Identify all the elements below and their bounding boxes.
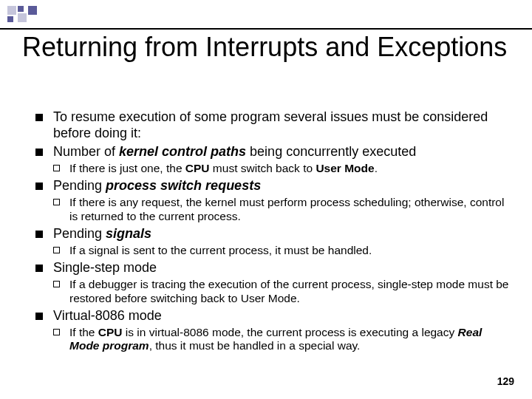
bold: User Mode bbox=[316, 162, 374, 174]
bold: CPU bbox=[98, 326, 123, 338]
sub-bullet-text: . bbox=[375, 162, 378, 174]
bullet-text: Pending bbox=[53, 226, 106, 241]
bullet-text: Number of bbox=[53, 144, 119, 159]
slide-body: To resume execution of some program seve… bbox=[35, 109, 511, 356]
bullet-item: Pending signals If a signal is sent to t… bbox=[35, 226, 511, 257]
sub-bullet-text: is in virtual-8086 mode, the current pro… bbox=[123, 326, 458, 338]
bold: CPU bbox=[185, 162, 210, 174]
sub-bullet-item: If there is any request, the kernel must… bbox=[53, 196, 511, 223]
sub-bullet-text: If there is any request, the kernel must… bbox=[69, 196, 504, 222]
sub-bullet-item: If the CPU is in virtual-8086 mode, the … bbox=[53, 326, 511, 353]
horizontal-rule bbox=[0, 28, 532, 30]
sub-bullet-text: If a signal is sent to the current proce… bbox=[69, 244, 372, 256]
bullet-text: Virtual-8086 mode bbox=[53, 308, 162, 323]
corner-decoration bbox=[7, 6, 37, 22]
bullet-text: Pending bbox=[53, 178, 106, 193]
bullet-item: Virtual-8086 mode If the CPU is in virtu… bbox=[35, 308, 511, 353]
sub-bullet-text: If a debugger is tracing the execution o… bbox=[69, 278, 509, 304]
sub-bullet-text: If the bbox=[69, 326, 98, 338]
bullet-text: To resume execution of some program seve… bbox=[53, 109, 488, 140]
emphasis: kernel control paths bbox=[119, 144, 246, 159]
bullet-text: being concurrently executed bbox=[246, 144, 416, 159]
emphasis: process switch requests bbox=[106, 178, 261, 193]
bullet-item: To resume execution of some program seve… bbox=[35, 109, 511, 141]
page-number: 129 bbox=[497, 375, 514, 387]
slide: Returning from Interrupts and Exceptions… bbox=[0, 0, 532, 399]
sub-bullet-text: must switch back to bbox=[210, 162, 316, 174]
sub-bullet-item: If a signal is sent to the current proce… bbox=[53, 244, 511, 258]
sub-bullet-text: , thus it must be handled in a special w… bbox=[149, 339, 361, 352]
bullet-text: Single-step mode bbox=[53, 260, 157, 275]
bullet-item: Single-step mode If a debugger is tracin… bbox=[35, 260, 511, 305]
sub-bullet-text: If there is just one, the bbox=[69, 162, 185, 174]
bullet-item: Number of kernel control paths being con… bbox=[35, 144, 511, 175]
sub-bullet-item: If there is just one, the CPU must switc… bbox=[53, 162, 511, 176]
bullet-item: Pending process switch requests If there… bbox=[35, 178, 511, 223]
emphasis: signals bbox=[106, 226, 151, 241]
sub-bullet-item: If a debugger is tracing the execution o… bbox=[53, 278, 511, 305]
slide-title: Returning from Interrupts and Exceptions bbox=[22, 33, 517, 62]
